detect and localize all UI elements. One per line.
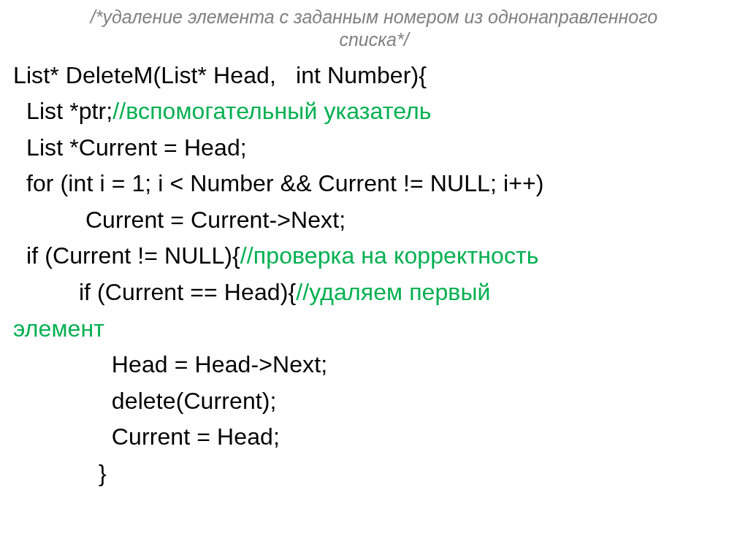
code-line-10: Current = Head;	[13, 423, 280, 450]
code-comment-7b: //удаляем первый	[296, 279, 490, 305]
slide: /*удаление элемента с заданным номером и…	[0, 0, 748, 560]
code-line-9: delete(Current);	[13, 388, 277, 414]
code-comment-2b: //вспомогательный указатель	[112, 98, 431, 124]
code-comment-7c: элемент	[13, 315, 104, 342]
code-line-6a: if (Current != NULL){	[13, 242, 240, 269]
code-line-11: }	[13, 460, 107, 486]
code-line-1: List* DeleteM(List* Head, int Number){	[13, 62, 427, 88]
code-line-8: Head = Head->Next;	[13, 351, 327, 377]
slide-title: /*удаление элемента с заданным номером и…	[13, 6, 735, 52]
title-line-2: списка*/	[339, 29, 408, 50]
code-line-2a: List *ptr;	[13, 98, 112, 124]
title-line-1: /*удаление элемента с заданным номером и…	[91, 7, 657, 27]
code-line-5: Current = Current->Next;	[13, 207, 346, 233]
code-line-3: List *Current = Head;	[13, 134, 247, 161]
code-block: List* DeleteM(List* Head, int Number){ L…	[13, 58, 735, 492]
code-line-7a: if (Current == Head){	[13, 279, 296, 305]
code-comment-6b: //проверка на корректность	[240, 242, 539, 269]
code-line-4: for (int i = 1; i < Number && Current !=…	[13, 170, 543, 196]
